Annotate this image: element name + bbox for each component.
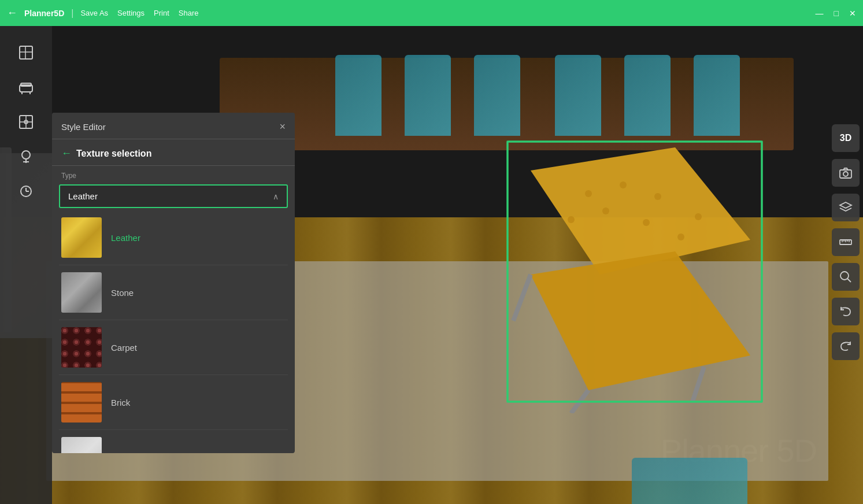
type-label: Type bbox=[52, 166, 295, 182]
yellow-chair-container bbox=[484, 136, 773, 413]
texture-item-stone[interactable]: Stone bbox=[59, 265, 288, 320]
layers-button[interactable] bbox=[832, 194, 860, 221]
texture-selection-header: ← Texture selection bbox=[52, 139, 295, 166]
outdoor-icon[interactable] bbox=[11, 142, 41, 172]
menu-bar: Save As Settings Print Share bbox=[80, 9, 198, 17]
app-name: Planner5D bbox=[24, 9, 64, 18]
teal-cushion bbox=[632, 458, 747, 504]
redo-button[interactable] bbox=[832, 332, 860, 360]
camera-button[interactable] bbox=[832, 159, 860, 187]
carpet-thumbnail bbox=[61, 327, 102, 368]
close-button[interactable]: ✕ bbox=[849, 9, 856, 18]
svg-line-11 bbox=[692, 367, 704, 402]
view-3d-button[interactable]: 3D bbox=[832, 124, 860, 152]
left-sidebar bbox=[0, 26, 52, 504]
style-editor-title: Style Editor bbox=[61, 122, 106, 132]
svg-marker-0 bbox=[531, 147, 750, 275]
svg-point-3 bbox=[620, 181, 627, 188]
svg-point-36 bbox=[843, 172, 848, 176]
svg-point-8 bbox=[643, 219, 650, 226]
svg-marker-37 bbox=[840, 202, 851, 208]
svg-point-7 bbox=[602, 207, 609, 214]
texture-selection-title: Texture selection bbox=[76, 149, 151, 159]
menu-settings[interactable]: Settings bbox=[117, 9, 145, 17]
maximize-button[interactable]: □ bbox=[834, 9, 839, 18]
svg-point-44 bbox=[840, 272, 849, 280]
minimize-button[interactable]: — bbox=[816, 9, 824, 18]
svg-point-29 bbox=[22, 151, 30, 159]
svg-line-12 bbox=[513, 275, 531, 321]
window-icon[interactable] bbox=[11, 107, 41, 137]
svg-point-4 bbox=[654, 193, 661, 200]
chair-bg-6 bbox=[694, 55, 740, 136]
svg-point-9 bbox=[677, 234, 684, 240]
plaster-thumbnail bbox=[61, 437, 102, 453]
undo-button[interactable] bbox=[832, 298, 860, 325]
texture-back-button[interactable]: ← bbox=[61, 147, 72, 160]
svg-rect-18 bbox=[20, 46, 32, 59]
chair-bg-3 bbox=[474, 55, 520, 136]
style-editor-panel: Style Editor × ← Texture selection Type … bbox=[52, 113, 295, 453]
history-icon[interactable] bbox=[11, 176, 41, 206]
floor-plan-icon[interactable] bbox=[11, 38, 41, 68]
ruler-button[interactable] bbox=[832, 228, 860, 256]
carpet-label: Carpet bbox=[111, 343, 137, 353]
yellow-chair-svg bbox=[484, 136, 773, 413]
leather-label: Leather bbox=[111, 233, 140, 243]
right-sidebar: 3D bbox=[828, 26, 863, 504]
svg-point-6 bbox=[568, 216, 575, 223]
separator: | bbox=[71, 8, 73, 18]
texture-item-carpet[interactable]: Carpet bbox=[59, 320, 288, 375]
texture-item-plaster[interactable]: Plaster bbox=[59, 430, 288, 453]
chair-bg-4 bbox=[555, 55, 601, 136]
svg-point-5 bbox=[695, 213, 702, 220]
svg-marker-1 bbox=[531, 251, 750, 390]
chevron-up-icon: ∧ bbox=[273, 192, 279, 201]
main-area: Style Editor × ← Texture selection Type … bbox=[0, 26, 863, 504]
style-editor-close-button[interactable]: × bbox=[279, 121, 286, 133]
zoom-button[interactable] bbox=[832, 263, 860, 291]
back-button[interactable]: ← bbox=[7, 7, 17, 19]
titlebar: ← Planner5D | Save As Settings Print Sha… bbox=[0, 0, 863, 26]
brick-label: Brick bbox=[111, 398, 130, 407]
texture-item-leather[interactable]: Leather bbox=[59, 210, 288, 265]
leather-thumbnail bbox=[61, 217, 102, 258]
menu-print[interactable]: Print bbox=[154, 9, 169, 17]
chair-bg-1 bbox=[335, 55, 382, 136]
chair-bg-2 bbox=[405, 55, 451, 136]
window-controls: — □ ✕ bbox=[816, 9, 856, 18]
plaster-label: Plaster bbox=[111, 453, 138, 454]
menu-save-as[interactable]: Save As bbox=[80, 9, 108, 17]
stone-label: Stone bbox=[111, 288, 134, 298]
stone-thumbnail bbox=[61, 272, 102, 313]
menu-share[interactable]: Share bbox=[179, 9, 199, 17]
brick-thumbnail bbox=[61, 382, 102, 423]
svg-line-45 bbox=[847, 279, 851, 282]
texture-list: Leather Stone Carpet Brick Plaster bbox=[52, 210, 295, 453]
dropdown-selected-value: Leather bbox=[68, 191, 98, 201]
texture-type-dropdown[interactable]: Leather ∧ bbox=[59, 184, 288, 208]
style-editor-header: Style Editor × bbox=[52, 113, 295, 139]
texture-item-brick[interactable]: Brick bbox=[59, 375, 288, 430]
furniture-icon[interactable] bbox=[11, 72, 41, 102]
svg-point-2 bbox=[585, 190, 592, 197]
chair-bg-5 bbox=[624, 55, 671, 136]
